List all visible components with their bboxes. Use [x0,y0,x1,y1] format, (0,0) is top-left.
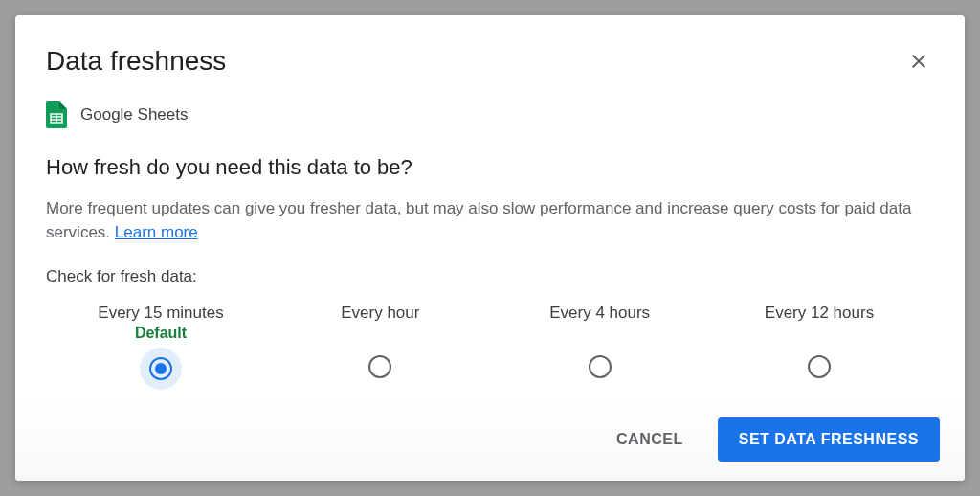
dialog-title: Data freshness [46,46,226,77]
radio-unselected-icon [368,355,391,378]
default-badge: Default [135,325,187,344]
dialog-footer: CANCEL SET DATA FRESHNESS [15,398,965,481]
option-every-hour[interactable]: Every hour [275,304,485,380]
radio-selected-icon [149,357,172,380]
google-sheets-icon [46,101,67,128]
close-icon [907,50,930,73]
data-source-row: Google Sheets [46,101,934,128]
close-button[interactable] [903,46,934,80]
cancel-button[interactable]: CANCEL [599,419,701,460]
radio-unselected-icon [589,355,612,378]
option-15-minutes[interactable]: Every 15 minutes Default [56,304,266,380]
learn-more-link[interactable]: Learn more [115,223,198,241]
data-freshness-dialog: Data freshness Google Sheets How fresh d… [15,15,965,481]
option-label: Every 4 hours [549,304,650,323]
dialog-header: Data freshness [46,46,934,80]
option-label: Every hour [341,304,419,323]
option-4-hours[interactable]: Every 4 hours [495,304,705,380]
set-data-freshness-button[interactable]: SET DATA FRESHNESS [718,417,940,462]
check-fresh-label: Check for fresh data: [46,267,934,286]
freshness-description: More frequent updates can give you fresh… [46,197,934,244]
freshness-options: Every 15 minutes Default Every hour Ever… [46,304,934,380]
option-label: Every 15 minutes [98,304,223,323]
option-label: Every 12 hours [765,304,874,323]
data-source-name: Google Sheets [80,105,188,124]
option-12-hours[interactable]: Every 12 hours [714,304,924,380]
freshness-question: How fresh do you need this data to be? [46,155,934,180]
radio-unselected-icon [808,355,831,378]
